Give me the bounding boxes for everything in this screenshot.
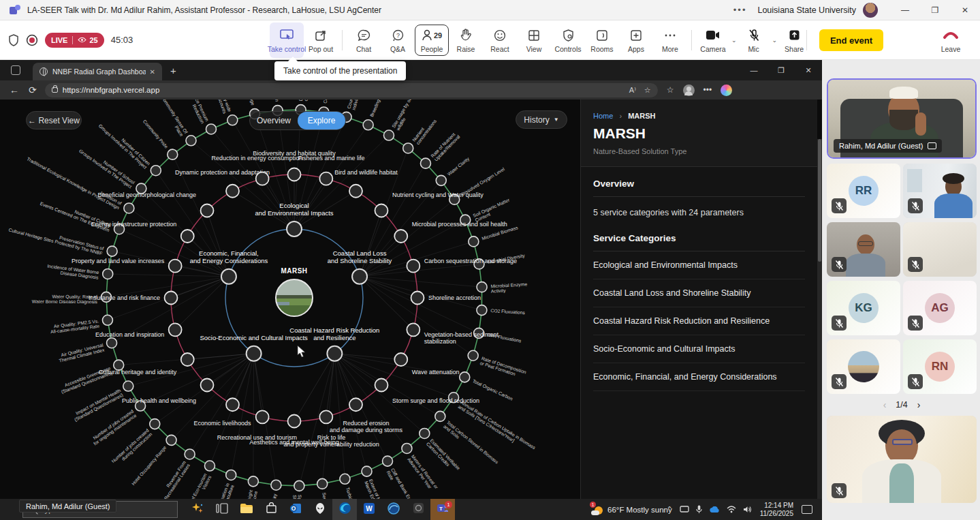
- mic-button[interactable]: Mic: [737, 22, 771, 58]
- rooms-button[interactable]: Rooms: [585, 22, 619, 58]
- file-explorer-taskbar-button[interactable]: [234, 499, 259, 520]
- teams-taskbar-button[interactable]: T1: [430, 499, 455, 520]
- wifi-icon[interactable]: [727, 506, 736, 513]
- participant-video-tile[interactable]: [827, 222, 900, 277]
- browser-restore-button[interactable]: ❐: [768, 61, 795, 80]
- utility-app-taskbar-button[interactable]: [406, 499, 430, 520]
- titlebar-more-icon[interactable]: •••: [733, 5, 747, 15]
- chevron-down-icon[interactable]: ⌄: [772, 37, 778, 44]
- participant-initials-tile[interactable]: RR: [827, 164, 900, 218]
- outlook-taskbar-button[interactable]: O: [283, 499, 308, 520]
- view-button[interactable]: View: [517, 22, 551, 58]
- leave-button[interactable]: Leave: [934, 22, 968, 58]
- service-category-item[interactable]: Economic, Financial, and Energy Consider…: [593, 363, 805, 391]
- lock-icon: [52, 87, 58, 93]
- service-category-item[interactable]: Ecological and Environmental Impacts: [593, 251, 805, 279]
- participant-video-tile[interactable]: [903, 222, 977, 277]
- explore-tab[interactable]: Explore: [298, 112, 345, 129]
- svg-text:Socio-Economic and Cultural Im: Socio-Economic and Cultural Impacts: [200, 334, 308, 341]
- toolbar-item-label: Pop out: [309, 45, 333, 53]
- minimize-button[interactable]: —: [890, 0, 920, 20]
- participant-video-tile[interactable]: [903, 164, 977, 218]
- alienware-taskbar-button[interactable]: [308, 499, 332, 520]
- toolbar-item-label: View: [526, 45, 542, 53]
- controls-button[interactable]: Controls: [551, 22, 585, 58]
- back-icon[interactable]: ←: [10, 85, 19, 95]
- next-page-icon[interactable]: ›: [917, 399, 921, 410]
- participant-initials-tile[interactable]: RN: [903, 339, 977, 394]
- prev-page-icon[interactable]: ‹: [883, 399, 887, 410]
- browser-tab[interactable]: NNBF Radial Graph Dashboard ✕: [33, 63, 162, 80]
- chevron-down-icon[interactable]: ⌄: [731, 37, 737, 44]
- breadcrumb-home-link[interactable]: Home: [593, 112, 613, 120]
- service-category-item[interactable]: Coastal Hazard Risk Reduction and Resili…: [593, 307, 805, 335]
- mic-icon[interactable]: [696, 505, 702, 514]
- speaker-video-tile[interactable]: Rahim, Md Adilur (Guest): [827, 78, 977, 159]
- q-a-button[interactable]: ?Q&A: [381, 22, 415, 58]
- store-taskbar-button[interactable]: [259, 499, 283, 520]
- more-button[interactable]: More: [653, 22, 687, 58]
- tab-actions-icon[interactable]: [11, 65, 20, 75]
- onedrive-icon[interactable]: [709, 506, 720, 513]
- camera-button[interactable]: Camera: [696, 22, 730, 58]
- address-bar[interactable]: https://nnbfgraph.vercel.app A⁾ ☆: [45, 83, 658, 97]
- copilot-icon[interactable]: [721, 85, 732, 96]
- word-taskbar-button[interactable]: W: [357, 499, 381, 520]
- chat-button[interactable]: Chat: [347, 22, 381, 58]
- refresh-icon[interactable]: ⟳: [29, 85, 37, 95]
- outer-metric-label: Incidence of Water BorneDisease Diagnosi…: [46, 264, 99, 281]
- edge-taskbar-button[interactable]: [332, 499, 357, 520]
- browser-more-icon[interactable]: •••: [704, 85, 712, 95]
- people-button[interactable]: 29People: [415, 25, 449, 56]
- read-aloud-icon[interactable]: A⁾: [629, 86, 636, 95]
- display-icon[interactable]: [680, 506, 689, 513]
- apps-button[interactable]: Apps: [619, 22, 653, 58]
- page-indicator: 1/4: [896, 400, 907, 410]
- participant-initials-tile[interactable]: AG: [903, 281, 977, 335]
- dashboard-page: Density and diversityof benthic inverteb…: [0, 100, 822, 499]
- outer-metric-label: Counts of bird species: [323, 100, 336, 104]
- svg-text:Cultural heritage and identity: Cultural heritage and identity: [99, 369, 177, 376]
- toolbar-item-label: Apps: [628, 45, 644, 53]
- toolbar-item-label: Share: [785, 45, 804, 53]
- end-event-button[interactable]: End event: [819, 29, 883, 51]
- outer-metric-label: Community-wideInsurance Discounts: [209, 100, 232, 114]
- participant-initials-tile[interactable]: KG: [827, 281, 900, 335]
- taskbar-clock[interactable]: 12:14 PM11/26/2025: [760, 502, 793, 518]
- take-control-button[interactable]: Take control: [270, 22, 304, 58]
- blue-app-taskbar-button[interactable]: [381, 499, 406, 520]
- participant-initials: RR: [849, 176, 879, 206]
- page-scrollbar[interactable]: [817, 139, 822, 520]
- file-explorer-icon: [240, 503, 253, 517]
- speaker-icon[interactable]: [743, 506, 752, 513]
- outer-metric-label: Soil Organic MatterContent: [472, 197, 513, 223]
- participant-photo-tile[interactable]: [827, 339, 900, 394]
- reset-view-button[interactable]: ← Reset View: [26, 111, 82, 129]
- service-category-item[interactable]: Socio-Economic and Cultural Impacts: [593, 335, 805, 363]
- chevron-up-icon[interactable]: ⌃: [666, 505, 672, 514]
- pop-out-button[interactable]: Pop out: [304, 22, 338, 58]
- favorites-icon[interactable]: ☆: [667, 85, 674, 95]
- overview-tab[interactable]: Overview: [250, 116, 298, 125]
- copilot-sparkles-taskbar-button[interactable]: [185, 499, 210, 520]
- task-view-taskbar-button[interactable]: [210, 499, 234, 520]
- history-button[interactable]: History▼: [516, 110, 567, 129]
- close-tab-icon[interactable]: ✕: [150, 68, 155, 76]
- participant-video-tile[interactable]: [827, 416, 977, 503]
- browser-close-button[interactable]: ✕: [795, 61, 822, 80]
- outer-metric-label: Root Depth and Density: [268, 493, 278, 499]
- profile-avatar-icon[interactable]: [683, 85, 695, 96]
- svg-text:Bird and wildlife habitat: Bird and wildlife habitat: [334, 169, 398, 176]
- service-category-item[interactable]: Coastal Land Loss and Shoreline Stabilit…: [593, 279, 805, 307]
- new-tab-button[interactable]: +: [170, 65, 176, 76]
- raise-button[interactable]: Raise: [449, 22, 483, 58]
- react-button[interactable]: React: [483, 22, 517, 58]
- restore-button[interactable]: ❐: [920, 0, 950, 20]
- close-button[interactable]: ✕: [950, 0, 980, 20]
- bookmark-star-icon[interactable]: ☆: [644, 86, 651, 95]
- browser-minimize-button[interactable]: —: [740, 61, 768, 80]
- svg-text:Wave attenuation: Wave attenuation: [412, 369, 460, 376]
- radial-graph[interactable]: Density and diversityof benthic inverteb…: [0, 100, 580, 499]
- action-center-icon[interactable]: [802, 505, 812, 514]
- user-avatar[interactable]: [863, 3, 878, 18]
